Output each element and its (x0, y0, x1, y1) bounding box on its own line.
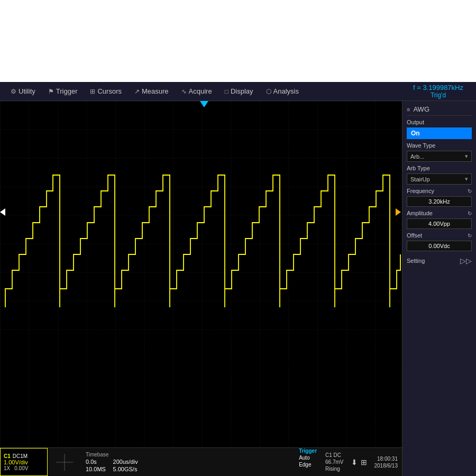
scope-svg (0, 101, 402, 447)
frequency-value-field[interactable]: 3.20kHz (407, 196, 472, 207)
timebase-info: Timebase 0.0s 10.0MS (86, 452, 109, 472)
freq-label-row: Frequency ↻ (407, 188, 472, 194)
arb-type-section: Arb Type StairUp ▾ (407, 165, 472, 185)
date-display: 2018/6/13 (374, 463, 398, 469)
timebase-label: Timebase (86, 452, 109, 457)
frequency-display: f = 3.199987kHz Trig'd (413, 84, 472, 99)
display-label: Display (231, 87, 253, 95)
setting-row[interactable]: Setting ▷▷ (407, 257, 472, 265)
arb-type-value: StairUp (410, 176, 430, 182)
menu-cursors[interactable]: ⊞ Cursors (84, 85, 128, 97)
ch1-vdiv: 1.00V/div (4, 459, 44, 465)
offset-section: Offset ↻ 0.00Vdc (407, 232, 472, 251)
scope-status: C1 DC1M 1.00V/div 1X 0.00V Timeb (0, 447, 402, 476)
scope-canvas (0, 101, 402, 447)
menu-display[interactable]: □ Display (218, 85, 260, 97)
trigger-mode: Auto (299, 455, 317, 461)
amplitude-label: Amplitude (407, 210, 433, 216)
cursors-icon: ⊞ (90, 88, 95, 95)
amplitude-value-field[interactable]: 4.00Vpp (407, 218, 472, 229)
output-label: Output (407, 119, 472, 125)
display-icon: □ (225, 88, 228, 95)
time-total: 10.0MS (86, 466, 109, 472)
crosshair-icon (54, 452, 75, 473)
menu-bar: ⚙ Utility ⚑ Trigger ⊞ Cursors ↗ Measure … (0, 82, 476, 101)
trigger-info: Trigger Auto Edge (295, 448, 321, 476)
wave-type-label: Wave Type (407, 142, 472, 149)
ch1-coupling: DC1M (13, 453, 28, 459)
ch1-status[interactable]: C1 DC1M 1.00V/div 1X 0.00V (0, 448, 48, 476)
menu-acquire[interactable]: ∿ Acquire (175, 85, 218, 97)
panel-icon: ≡ (407, 106, 410, 113)
time-offset: 0.0s (86, 459, 109, 465)
measure-label: Measure (142, 87, 169, 95)
sample-rate: 5.00GS/s (113, 466, 138, 472)
status-icons: ⬇ ⊞ (348, 448, 370, 476)
offset-value-field[interactable]: 0.00Vdc (407, 241, 472, 251)
usb-icon: ⬇ (351, 458, 358, 466)
utility-icon: ⚙ (11, 88, 16, 95)
menu-trigger[interactable]: ⚑ Trigger (42, 85, 84, 97)
measure-icon: ↗ (134, 88, 140, 95)
svg-marker-26 (396, 208, 401, 216)
svg-marker-24 (200, 101, 208, 107)
analysis-label: Analysis (273, 87, 299, 95)
amp-refresh-icon[interactable]: ↻ (468, 210, 472, 216)
wave-type-dropdown[interactable]: Arb... ▾ (407, 151, 472, 162)
frequency-section: Frequency ↻ 3.20kHz (407, 188, 472, 207)
trigger-source: C1 DC (325, 452, 343, 458)
output-button[interactable]: On (407, 127, 472, 139)
wave-type-section: Wave Type Arb... ▾ (407, 142, 472, 162)
acquire-label: Acquire (189, 87, 212, 95)
trigger-slope: Rising (325, 466, 343, 472)
scope-area: C1 DC1M 1.00V/div 1X 0.00V Timeb (0, 101, 402, 476)
menu-analysis[interactable]: ⬡ Analysis (260, 85, 305, 97)
arb-type-dropdown[interactable]: StairUp ▾ (407, 173, 472, 185)
svg-marker-25 (0, 208, 5, 216)
trigger-source-area: C1 DC 66.7mV Rising (321, 448, 347, 476)
timebase-area: Timebase 0.0s 10.0MS 200us/div 5.00GS/s (81, 448, 286, 476)
main-area: C1 DC1M 1.00V/div 1X 0.00V Timeb (0, 101, 476, 476)
offset-label: Offset (407, 232, 422, 239)
amplitude-section: Amplitude ↻ 4.00Vpp (407, 210, 472, 229)
crosshair-area (48, 448, 81, 476)
arb-type-label: Arb Type (407, 165, 472, 171)
utility-label: Utility (19, 87, 35, 95)
panel-title-row: ≡ AWG (407, 105, 472, 116)
wave-type-value: Arb... (410, 153, 424, 160)
arb-type-arrow: ▾ (465, 176, 468, 182)
amp-label-row: Amplitude ↻ (407, 210, 472, 216)
wave-type-arrow: ▾ (465, 153, 468, 160)
trigger-label: Trigger (56, 87, 78, 95)
frequency-label: Frequency (407, 188, 434, 194)
trigger-level: 66.7mV (325, 459, 343, 465)
menu-measure[interactable]: ↗ Measure (128, 85, 175, 97)
menu-utility[interactable]: ⚙ Utility (4, 85, 42, 97)
cursors-label: Cursors (97, 87, 122, 95)
panel-title: AWG (413, 105, 429, 113)
timebase-divs: 200us/div 5.00GS/s (113, 452, 138, 472)
offset-label-row: Offset ↻ (407, 232, 472, 239)
analysis-icon: ⬡ (266, 88, 271, 95)
time-date-area: 18:00:31 2018/6/13 (370, 448, 402, 476)
trigger-header: Trigger (299, 448, 317, 454)
frequency-value: f = 3.199987kHz (413, 84, 463, 91)
time-div: 200us/div (113, 459, 138, 465)
setting-label: Setting (407, 258, 425, 264)
network-icon: ⊞ (361, 458, 367, 466)
acquire-icon: ∿ (181, 88, 187, 95)
setting-arrow: ▷▷ (460, 257, 472, 265)
ch1-label: C1 (4, 453, 11, 459)
trigger-icon: ⚑ (48, 88, 54, 95)
offset-refresh-icon[interactable]: ↻ (468, 233, 472, 239)
freq-refresh-icon[interactable]: ↻ (468, 188, 472, 194)
output-section: Output On (407, 119, 472, 139)
right-panel: ≡ AWG Output On Wave Type Arb... ▾ Arb T… (402, 101, 476, 476)
time-display: 18:00:31 (374, 456, 398, 462)
trigger-type: Edge (299, 462, 317, 468)
top-white-area (0, 0, 476, 82)
ch1-offset: 0.00V (14, 465, 28, 471)
trig-status: Trig'd (413, 91, 463, 99)
ch1-probe: 1X (4, 465, 10, 471)
